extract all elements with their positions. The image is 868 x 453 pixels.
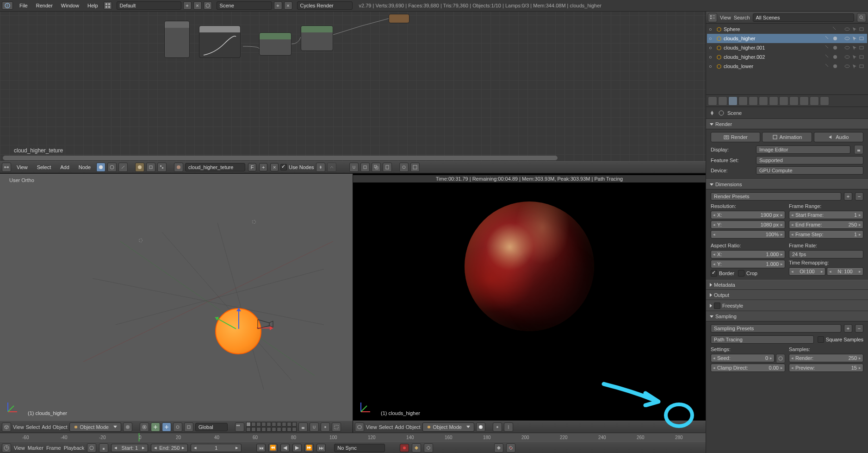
editor-type-3dview-icon[interactable] — [355, 422, 364, 432]
node-menu-add[interactable]: Add — [56, 164, 73, 171]
manip-rotate-icon[interactable] — [173, 422, 182, 432]
lamp-object-2[interactable] — [252, 220, 256, 224]
current-frame-field[interactable]: ◂1▸ — [191, 444, 242, 452]
camera-icon[interactable] — [859, 44, 865, 51]
preset-add-button[interactable]: + — [844, 192, 852, 201]
auto-render-icon[interactable] — [399, 163, 409, 172]
eye-icon[interactable] — [844, 63, 850, 69]
device-dropdown[interactable]: GPU Compute — [756, 166, 863, 175]
panel-header-metadata[interactable]: Metadata — [706, 280, 868, 290]
node-menu-select[interactable]: Select — [33, 164, 55, 171]
node-menu-node[interactable]: Node — [75, 164, 94, 171]
editor-type-icon[interactable]: i — [2, 1, 13, 10]
lock-ui-icon[interactable] — [854, 145, 863, 154]
play-reverse-button[interactable]: ◀ — [280, 444, 290, 452]
go-parent-icon[interactable] — [327, 163, 336, 172]
manip-scale-icon[interactable] — [184, 422, 193, 432]
mode-dropdown[interactable]: Object Mode — [69, 422, 121, 432]
shader-type-world-icon[interactable] — [107, 163, 117, 172]
camera-icon[interactable] — [859, 54, 865, 60]
scene-dropdown[interactable]: Scene — [217, 1, 272, 10]
tab-texture[interactable] — [800, 96, 809, 106]
backdrop-icon[interactable] — [410, 163, 420, 172]
animation-button[interactable]: Animation — [762, 132, 812, 142]
keyframe-next-button[interactable]: ⏩ — [304, 444, 314, 452]
outliner-item-clouds-lower[interactable]: ○ clouds_lower — [707, 62, 867, 71]
node-shader-2[interactable] — [301, 25, 333, 51]
remap-old-field[interactable]: ◂Ol:100▸ — [789, 267, 825, 276]
keyframe-prev-button[interactable]: ⏪ — [268, 444, 278, 452]
square-samples-checkbox[interactable]: Square Samples — [818, 336, 863, 343]
pin-icon[interactable] — [316, 163, 325, 172]
outliner-menu-search[interactable]: Search — [734, 15, 750, 20]
cursor-icon[interactable] — [851, 54, 858, 60]
view3d-menu-object[interactable]: Object — [53, 424, 68, 430]
delete-keyframe-icon[interactable] — [506, 443, 515, 453]
manipulator-toggle-r-icon[interactable] — [504, 422, 513, 432]
fake-user-button[interactable]: F — [248, 163, 256, 171]
insert-keyframe-icon[interactable] — [494, 443, 503, 453]
tree-type-texture-icon[interactable] — [157, 163, 167, 172]
wrench-icon[interactable] — [825, 44, 831, 51]
mode-dropdown-right[interactable]: Object Mode — [422, 422, 474, 432]
eye-icon[interactable] — [844, 54, 850, 60]
shader-type-object-icon[interactable] — [96, 163, 105, 172]
start-frame-field[interactable]: ◂Start Frame:1▸ — [789, 211, 863, 219]
tab-object[interactable] — [749, 96, 758, 106]
tab-constraints[interactable] — [759, 96, 768, 106]
cursor-icon[interactable] — [851, 26, 858, 32]
tab-modifiers[interactable] — [769, 96, 778, 106]
keying-set-icon[interactable] — [412, 443, 421, 453]
outliner-search-icon[interactable] — [857, 13, 866, 22]
paste-nodes-icon[interactable] — [383, 163, 392, 172]
snap-icon[interactable] — [349, 163, 359, 172]
layout-browse-icon[interactable] — [104, 1, 112, 10]
sampling-preset-remove-button[interactable]: − — [855, 324, 863, 333]
render-button[interactable]: Render — [711, 132, 760, 142]
copy-nodes-icon[interactable] — [372, 163, 381, 172]
material-icon[interactable] — [832, 44, 838, 51]
panel-header-freestyle[interactable]: Freestyle — [706, 300, 868, 311]
node-editor[interactable]: cloud_higher_teture View Select Add Node… — [0, 12, 706, 174]
sync-dropdown[interactable]: No Sync — [334, 444, 385, 452]
timeline-menu-view[interactable]: View — [14, 445, 25, 451]
snap-element-icon[interactable] — [321, 422, 330, 432]
camera-icon[interactable] — [859, 35, 865, 42]
remap-new-field[interactable]: ◂N: 100▸ — [827, 267, 863, 276]
jump-start-button[interactable]: ⏮ — [256, 444, 266, 452]
editor-type-timeline-icon[interactable] — [2, 443, 11, 453]
node-shader-1[interactable] — [259, 32, 291, 56]
view3d-r-menu-object[interactable]: Object — [406, 424, 421, 430]
preview-samples-field[interactable]: ◂Preview:15▸ — [789, 364, 863, 372]
editor-type-outliner-icon[interactable] — [708, 13, 717, 22]
lamp-object[interactable] — [139, 239, 143, 242]
view3d-menu-view[interactable]: View — [13, 424, 24, 430]
material-icon[interactable] — [832, 63, 838, 69]
tab-particles[interactable] — [810, 96, 819, 106]
jump-end-button[interactable]: ⏭ — [316, 444, 326, 452]
audio-button[interactable]: Audio — [814, 132, 863, 142]
tab-physics[interactable] — [820, 96, 829, 106]
layout-delete-button[interactable]: × — [193, 1, 202, 10]
view3d-r-menu-select[interactable]: Select — [379, 424, 393, 430]
resolution-y-field[interactable]: ◂Y:1080 px▸ — [711, 220, 785, 229]
eye-icon[interactable] — [844, 44, 850, 51]
timeline-menu-marker[interactable]: Marker — [28, 445, 43, 451]
node-editor-canvas[interactable] — [0, 12, 706, 173]
scene-browse-icon[interactable] — [204, 1, 212, 10]
layout-dropdown[interactable]: Default — [117, 1, 181, 10]
freestyle-checkbox[interactable] — [714, 302, 720, 309]
tab-world[interactable] — [738, 96, 748, 106]
lock-camera-icon[interactable] — [298, 422, 308, 432]
manipulator-z-axis[interactable] — [238, 310, 239, 329]
start-frame-field[interactable]: ◂Start: 1▸ — [111, 444, 148, 452]
panel-header-sampling[interactable]: Sampling — [706, 311, 868, 321]
wrench-icon[interactable] — [825, 35, 831, 42]
material-browse-icon[interactable] — [174, 163, 183, 172]
shading-mode-rendered-icon[interactable] — [476, 422, 485, 432]
tab-render-layers[interactable] — [718, 96, 727, 106]
editor-type-node-icon[interactable] — [2, 163, 11, 172]
view3d-r-menu-view[interactable]: View — [366, 424, 377, 430]
eye-icon[interactable] — [844, 35, 850, 42]
view3d-menu-add[interactable]: Add — [42, 424, 51, 430]
